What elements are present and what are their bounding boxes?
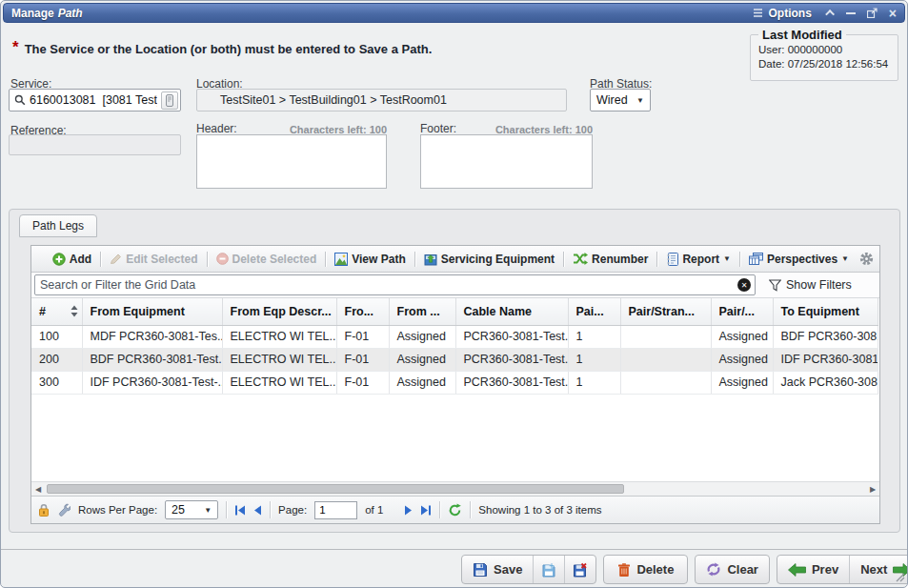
scrollbar-thumb[interactable]: [47, 484, 624, 494]
column-header[interactable]: From ...: [389, 298, 455, 325]
prev-page-button[interactable]: [253, 505, 262, 516]
pager-separator: [439, 501, 440, 518]
servicing-equipment-icon: [424, 253, 437, 266]
horizontal-scrollbar[interactable]: ◀ ▶: [31, 481, 879, 496]
location-field[interactable]: TestSite01 > TestBuilding01 > TestRoom01: [196, 89, 567, 112]
table-cell: 1: [568, 325, 620, 348]
next-page-button[interactable]: [404, 505, 413, 516]
table-cell: MDF PCR360-3081-Tes...: [82, 325, 222, 348]
table-cell: 100: [31, 325, 82, 348]
minimize-icon[interactable]: [846, 12, 856, 14]
window-title: ManagePath: [11, 7, 83, 20]
last-page-button[interactable]: [420, 505, 432, 516]
table-cell: PCR360-3081-Test...: [455, 325, 568, 348]
scroll-right-icon[interactable]: ▶: [866, 482, 879, 497]
table-cell: 200: [31, 348, 82, 371]
servicing-equipment-button[interactable]: Servicing Equipment: [422, 251, 556, 268]
column-header[interactable]: From Eqp Descr...: [222, 298, 336, 325]
save-button[interactable]: Save: [462, 556, 533, 583]
clear-button[interactable]: Clear: [696, 556, 769, 583]
view-path-icon: [334, 253, 348, 266]
path-status-select[interactable]: Wired ▼: [590, 89, 651, 112]
save-floppy-icon: [473, 562, 488, 578]
save-and-new-button[interactable]: [533, 556, 564, 583]
chevron-down-icon: ▼: [636, 96, 644, 105]
table-cell: Assigned: [389, 348, 455, 371]
header-textarea[interactable]: [196, 134, 387, 189]
table-cell: ELECTRO WI TEL...: [222, 348, 336, 371]
service-value: 6160013081 [3081 Test]: [30, 93, 157, 107]
popout-icon[interactable]: [867, 8, 878, 18]
table-cell: Assigned: [711, 325, 773, 348]
table-cell: 300: [31, 371, 82, 394]
column-header[interactable]: To Equipment: [773, 298, 878, 325]
lock-icon[interactable]: [38, 503, 50, 517]
collapse-icon[interactable]: [825, 10, 835, 19]
add-button[interactable]: Add: [50, 251, 93, 268]
edit-selected-button[interactable]: Edit Selected: [108, 251, 199, 268]
scroll-left-icon[interactable]: ◀: [31, 482, 45, 497]
table-cell: 1: [568, 371, 620, 394]
toolbar-separator: [100, 252, 101, 267]
table-cell: [620, 325, 711, 348]
column-header[interactable]: #: [31, 298, 82, 325]
view-path-button[interactable]: View Path: [333, 251, 407, 268]
page-number-input[interactable]: [314, 501, 357, 519]
delete-selected-button[interactable]: Delete Selected: [214, 251, 319, 268]
grid-settings-gear-icon[interactable]: [859, 252, 874, 266]
table-cell: PCR360-3081-Test...: [455, 371, 568, 394]
table-row[interactable]: 300IDF PCR360-3081-Test-...ELECTRO WI TE…: [31, 371, 878, 394]
validation-warning: * The Service or the Location (or both) …: [12, 41, 432, 56]
options-label: Options: [768, 7, 811, 20]
report-button[interactable]: Report ▼: [664, 251, 733, 268]
column-header[interactable]: From Equipment: [82, 298, 222, 325]
table-cell: PCR360-3081-Test...: [455, 348, 568, 371]
window-resize-handle[interactable]: [894, 571, 905, 585]
clear-search-icon[interactable]: ✕: [737, 278, 751, 292]
table-cell: F-01: [336, 371, 389, 394]
renumber-button[interactable]: Renumber: [571, 251, 650, 268]
toolbar-separator: [656, 252, 657, 267]
servicing-equipment-label: Servicing Equipment: [441, 253, 555, 266]
delete-label: Delete: [636, 562, 674, 577]
service-listing-button[interactable]: [161, 91, 178, 110]
refresh-button[interactable]: [448, 503, 462, 517]
reference-input[interactable]: [9, 134, 181, 155]
sort-icon: [71, 305, 78, 317]
wrench-icon[interactable]: [57, 503, 71, 517]
column-header[interactable]: Pair/Stran...: [620, 298, 711, 325]
column-header[interactable]: Pai...: [568, 298, 620, 325]
last-modified-box: Last Modified User: 000000000 Date: 07/2…: [750, 28, 898, 81]
grid-search-input[interactable]: [34, 274, 756, 295]
rows-per-page-select[interactable]: 25 ▼: [165, 500, 218, 519]
tab-path-legs[interactable]: Path Legs: [19, 214, 97, 237]
add-label: Add: [70, 253, 91, 266]
tab-path-legs-label: Path Legs: [32, 219, 84, 233]
report-label: Report: [682, 253, 719, 266]
column-header[interactable]: Fro...: [336, 298, 389, 325]
column-header[interactable]: Pair/...: [711, 298, 773, 325]
table-row[interactable]: 200BDF PCR360-3081-Test...ELECTRO WI TEL…: [31, 348, 878, 371]
rows-per-page-value: 25: [172, 503, 185, 517]
table-cell: [620, 348, 711, 371]
perspectives-button[interactable]: Perspectives ▼: [747, 251, 851, 268]
close-icon[interactable]: ×: [889, 7, 897, 20]
table-cell: [620, 371, 711, 394]
show-filters-button[interactable]: Show Filters: [769, 278, 852, 292]
service-field[interactable]: 6160013081 [3081 Test]: [9, 89, 181, 112]
scrollbar-track[interactable]: [45, 482, 866, 496]
table-row[interactable]: 100MDF PCR360-3081-Tes...ELECTRO WI TEL.…: [31, 325, 878, 348]
prev-button[interactable]: Prev: [777, 556, 849, 583]
table-cell: Assigned: [711, 348, 773, 371]
save-and-close-button[interactable]: [564, 556, 595, 583]
next-label: Next: [860, 562, 887, 577]
first-page-button[interactable]: [234, 505, 246, 516]
delete-button[interactable]: Delete: [604, 556, 687, 583]
footer-textarea[interactable]: [420, 134, 593, 189]
last-modified-legend: Last Modified: [758, 28, 846, 42]
column-header[interactable]: Cable Name: [455, 298, 568, 325]
chevron-down-icon: ▼: [723, 254, 731, 263]
options-button[interactable]: Options: [753, 7, 811, 20]
manage-path-window: ManagePath Options × * The Service or th…: [0, 0, 908, 588]
prev-next-button-group: Prev Next: [777, 555, 908, 584]
